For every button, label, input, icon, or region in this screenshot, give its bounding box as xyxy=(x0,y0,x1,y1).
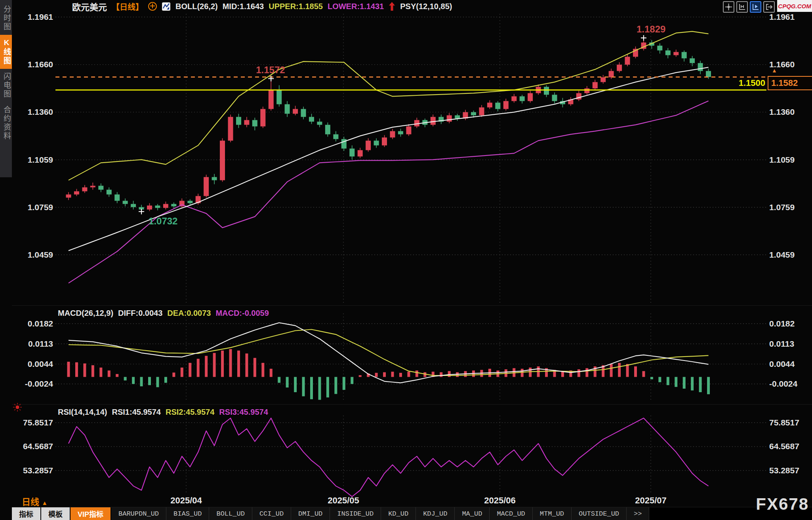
axis-tick-label: 1.1961 xyxy=(769,12,811,22)
measure-tool-icon[interactable] xyxy=(736,1,748,13)
tab-指标[interactable]: 指标 xyxy=(12,507,40,520)
axis-tick-label: 0.0182 xyxy=(9,319,53,328)
sun-marker-icon[interactable] xyxy=(12,402,23,412)
axis-tick-label: 1.1059 xyxy=(769,155,811,165)
rsi-header: RSI(14,14,14) RSI1:45.9574 RSI2:45.9574 … xyxy=(58,406,268,418)
chart-header: 欧元美元 【日线】 BOLL(26,2) MID:1.1643 UPPER:1.… xyxy=(72,0,452,12)
tab-DMI_UD[interactable]: DMI_UD xyxy=(291,507,330,520)
sidebar-item-分时图[interactable]: 分时图 xyxy=(0,2,12,35)
period-selector-label: 日线 xyxy=(22,497,39,507)
tab-INSIDE_UD[interactable]: INSIDE_UD xyxy=(330,507,381,520)
x-axis-month-label: 2025/07 xyxy=(635,495,667,506)
axis-tick-label: -0.0024 xyxy=(769,379,811,389)
x-axis-month-label: 2025/06 xyxy=(484,495,516,506)
symbol-title: 欧元美元 xyxy=(72,0,107,13)
tab-BIAS_UD[interactable]: BIAS_UD xyxy=(166,507,209,520)
axis-tick-label: 0.0044 xyxy=(769,359,811,369)
axis-tick-label: 0.0113 xyxy=(9,339,53,349)
macd-header: MACD(26,12,9) DIFF:0.0043 DEA:0.0073 MAC… xyxy=(58,307,269,319)
axis-tick-label: 1.0759 xyxy=(9,203,53,212)
tab-MACD_UD[interactable]: MACD_UD xyxy=(490,507,532,520)
exit-chart-icon[interactable] xyxy=(763,1,775,13)
tab-MA_UD[interactable]: MA_UD xyxy=(455,507,490,520)
period-tag[interactable]: 【日线】 xyxy=(112,1,143,12)
rsi-label: RSI(14,14,14) xyxy=(58,408,107,417)
axis-tick-label: 64.5687 xyxy=(769,442,811,451)
chart-toolbar xyxy=(723,1,775,13)
rsi1-value: RSI1:45.9574 xyxy=(112,408,161,417)
axis-tick-label: 1.0759 xyxy=(769,203,811,212)
price-annotation: 1.0732 xyxy=(149,216,177,226)
tab-KD_UD[interactable]: KD_UD xyxy=(381,507,416,520)
price-annotation: 1.1572 xyxy=(256,65,285,75)
fx678-watermark: FX678 xyxy=(756,495,809,514)
price-line-label: 1.1500 xyxy=(724,78,765,88)
cpqg-logo: CPQG.COM xyxy=(777,0,812,12)
macd-hist-value: MACD:-0.0059 xyxy=(215,309,269,318)
tab-KDJ_UD[interactable]: KDJ_UD xyxy=(416,507,455,520)
axis-tick-label: 1.0459 xyxy=(769,250,811,260)
axis-tick-label: 1.1360 xyxy=(769,107,811,117)
psy-label: PSY(12,10,85) xyxy=(400,2,452,11)
zoom-tool-icon[interactable] xyxy=(750,1,761,13)
axis-tick-label: 53.2857 xyxy=(9,466,53,475)
pan-tool-icon[interactable] xyxy=(723,1,734,13)
tab-CCI_UD[interactable]: CCI_UD xyxy=(252,507,291,520)
x-axis-row: 日线 ▲ 2025/042025/052025/062025/07 xyxy=(0,494,812,507)
tab-MTM_UD[interactable]: MTM_UD xyxy=(533,507,572,520)
axis-tick-label: -0.0024 xyxy=(9,379,53,389)
price-box-arrow-icon: ▲ xyxy=(772,67,777,74)
rsi2-value: RSI2:45.9574 xyxy=(166,408,214,417)
indicator-tabbar: 指标模板VIP指标BARUPDN_UDBIAS_UDBOLL_UDCCI_UDD… xyxy=(12,507,812,520)
trading-app: 1.07321.15721.1829 分时图K线图闪电图合约资料 欧元美元 【日… xyxy=(0,0,812,520)
sidebar-item-闪电图[interactable]: 闪电图 xyxy=(0,69,12,102)
x-axis-month-label: 2025/05 xyxy=(328,495,359,506)
boll-upper-value: UPPER:1.1855 xyxy=(269,2,323,11)
boll-mid-value: MID:1.1643 xyxy=(223,2,264,11)
axis-tick-label: 1.1961 xyxy=(9,12,53,22)
period-selector[interactable]: 日线 ▲ xyxy=(22,495,48,507)
sidebar-item-合约资料[interactable]: 合约资料 xyxy=(0,102,12,144)
macd-label: MACD(26,12,9) xyxy=(58,309,113,318)
macd-dea-value: DEA:0.0073 xyxy=(167,309,211,318)
rsi3-value: RSI3:45.9574 xyxy=(219,408,268,417)
axis-tick-label: 0.0044 xyxy=(9,359,53,369)
axis-tick-label: 75.8517 xyxy=(9,418,53,427)
tab-OUTSIDE_UD[interactable]: OUTSIDE_UD xyxy=(572,507,627,520)
period-selector-arrow-icon: ▲ xyxy=(42,499,48,506)
tab->>[interactable]: >> xyxy=(627,507,649,520)
sidebar: 分时图K线图闪电图合约资料 xyxy=(0,0,12,177)
axis-tick-label: 1.1360 xyxy=(9,107,53,117)
sidebar-item-K线图[interactable]: K线图 xyxy=(0,35,12,69)
red-up-arrow-icon xyxy=(389,2,395,11)
candlestick-chart-icon[interactable] xyxy=(162,2,171,11)
x-axis-month-label: 2025/04 xyxy=(170,495,202,506)
axis-tick-label: 1.0459 xyxy=(9,250,53,260)
axis-tick-label: 0.0182 xyxy=(769,319,811,328)
axis-tick-label: 64.5687 xyxy=(9,442,53,451)
chart-canvas[interactable]: 1.07321.15721.1829 xyxy=(0,0,812,520)
plus-circle-icon[interactable] xyxy=(148,2,157,11)
axis-tick-label: 1.1660 xyxy=(9,60,53,69)
macd-diff-value: DIFF:0.0043 xyxy=(118,309,162,318)
tab-BOLL_UD[interactable]: BOLL_UD xyxy=(209,507,252,520)
boll-label: BOLL(26,2) xyxy=(175,2,218,11)
current-price-box: 1.1582 xyxy=(768,76,812,90)
tab-模板[interactable]: 模板 xyxy=(41,507,70,520)
axis-tick-label: 0.0113 xyxy=(769,339,811,349)
axis-tick-label: 75.8517 xyxy=(769,418,811,427)
boll-lower-value: LOWER:1.1431 xyxy=(328,2,384,11)
tab-VIP指标[interactable]: VIP指标 xyxy=(71,507,111,520)
axis-tick-label: 53.2857 xyxy=(769,466,811,475)
tab-BARUPDN_UD[interactable]: BARUPDN_UD xyxy=(111,507,166,520)
axis-tick-label: 1.1059 xyxy=(9,155,53,165)
price-annotation: 1.1829 xyxy=(637,24,665,34)
